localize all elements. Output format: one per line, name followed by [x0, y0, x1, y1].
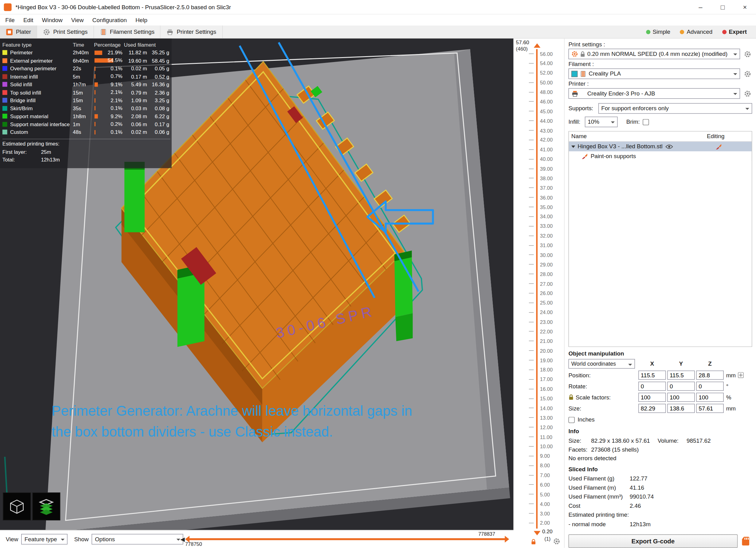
inches-label: Inches [578, 416, 594, 423]
scale-z-input[interactable] [696, 393, 723, 402]
legend-row: External perimeter6h40m54.5%19.60 m58.45… [2, 57, 170, 65]
layer-slider-upper-handle[interactable] [534, 43, 540, 48]
rotate-z-input[interactable] [696, 382, 723, 391]
close-button[interactable]: × [734, 0, 756, 14]
scale-label: Scale factors: [576, 394, 611, 401]
feature-label: Perimeter [10, 50, 73, 56]
feature-used-g: 0.06 g [149, 129, 171, 135]
layer-tick: 5.00 [514, 491, 564, 497]
menu-edit[interactable]: Edit [19, 17, 38, 23]
printer-icon [166, 28, 174, 36]
filament-gear-icon[interactable] [742, 69, 752, 78]
info-facets-value: 273608 (15 shells) [591, 446, 639, 453]
position-x-input[interactable] [638, 370, 666, 380]
layer-tick: 13.00 [514, 415, 564, 420]
position-z-input[interactable] [696, 370, 723, 380]
horizontal-move-slider[interactable] [189, 538, 505, 540]
filament-select[interactable]: Creality PLA [568, 69, 740, 79]
chevron-down-icon[interactable] [571, 145, 575, 148]
scale-x-input[interactable] [638, 393, 666, 402]
slider-settings-gear-icon[interactable] [553, 538, 560, 546]
menu-file[interactable]: File [1, 17, 19, 23]
feature-color-swatch [2, 66, 7, 71]
menu-configuration[interactable]: Configuration [88, 17, 131, 23]
filament-value: Creality PLA [589, 70, 621, 77]
layer-slider[interactable]: 57.60 (460) 56.0054.0052.0050.0048.0046.… [514, 39, 564, 548]
axis-z-header: Z [696, 360, 723, 367]
coordinates-select[interactable]: World coordinates [568, 359, 635, 368]
mode-simple[interactable]: Simple [641, 27, 675, 37]
scale-y-input[interactable] [667, 393, 695, 402]
tab-label: Plater [16, 29, 31, 35]
layer-slider-top-value: 57.60 (460) [516, 40, 529, 52]
menu-bar: FileEditWindowViewConfigurationHelp [0, 14, 756, 25]
lock-icon[interactable] [531, 539, 536, 546]
size-y-input[interactable] [667, 404, 695, 413]
print-settings-value: 0.20 mm NORMAL SPEED (0.4 mm nozzle) (mo… [587, 51, 728, 57]
position-reset-icon[interactable] [738, 372, 744, 378]
layers-view-thumbnail[interactable] [32, 492, 60, 520]
printer-gear-icon[interactable] [742, 89, 752, 98]
infill-select[interactable]: 10% [585, 117, 618, 127]
layer-tick: 9.00 [514, 453, 564, 459]
feature-percentage-bar: 9.2% [94, 113, 124, 119]
export-gcode-button[interactable]: Export G-code [568, 534, 738, 548]
object-subrow[interactable]: Paint-on supports [569, 151, 752, 161]
rotate-unit: ° [726, 383, 729, 389]
print-settings-gear-icon[interactable] [742, 49, 752, 59]
bottom-bar: View Feature type Show Options ◀ 778750 … [0, 530, 514, 548]
feature-used-g: 35.25 g [149, 50, 171, 56]
print-settings-label: Print settings : [568, 41, 752, 49]
info-volume-value: 98517.62 [687, 437, 711, 444]
rotate-y-input[interactable] [667, 382, 695, 391]
printer-value: Creality Ender-3 Pro - AJB [587, 90, 655, 97]
mode-expert[interactable]: Expert [718, 27, 751, 37]
3d-viewport[interactable]: 30-06 SPR Feature type Time Percentage U… [0, 39, 514, 530]
export-sd-icon[interactable] [741, 535, 752, 547]
position-unit: mm [726, 372, 736, 378]
layer-tick: 48.00 [514, 89, 564, 95]
show-select[interactable]: Options [92, 534, 183, 545]
print-settings-select[interactable]: 0.20 mm NORMAL SPEED (0.4 mm nozzle) (mo… [568, 49, 740, 60]
size-z-input[interactable] [696, 404, 723, 413]
scale-row: Scale factors:% [568, 392, 752, 403]
feature-used-m: 1.09 m [124, 97, 149, 103]
tab-filament-settings[interactable]: Filament Settings [94, 25, 161, 38]
rotate-x-input[interactable] [638, 382, 666, 391]
layer-tick: 40.00 [514, 156, 564, 162]
3d-view-thumbnail[interactable] [3, 492, 31, 520]
layer-tick: 20.00 [514, 348, 564, 353]
object-row[interactable]: Hinged Box V3 - ...lled Bottom.stl [569, 142, 752, 151]
size-x-input[interactable] [638, 404, 666, 413]
feature-time: 1m [73, 121, 94, 127]
printer-select[interactable]: Creality Ender-3 Pro - AJB [568, 88, 740, 99]
sliced-label: Cost [568, 502, 629, 509]
editing-icon[interactable] [715, 143, 749, 150]
legend-row: Support material interface1m0.2%0.06 m0.… [2, 120, 170, 128]
estimated-time-label: Estimated printing time: [568, 511, 752, 519]
scale-lock-icon[interactable] [568, 394, 574, 400]
feature-used-g: 58.45 g [149, 58, 171, 64]
menu-view[interactable]: View [67, 17, 88, 23]
total-time-label: Total: [2, 156, 41, 164]
tab-printer-settings[interactable]: Printer Settings [161, 25, 222, 38]
brim-checkbox[interactable] [643, 119, 649, 125]
feature-color-swatch [2, 90, 7, 95]
tab-print-settings[interactable]: Print Settings [37, 25, 94, 38]
supports-select[interactable]: For support enforcers only [598, 103, 752, 114]
menu-window[interactable]: Window [37, 17, 67, 23]
inches-checkbox[interactable] [568, 417, 574, 423]
menu-help[interactable]: Help [131, 17, 152, 23]
minimize-button[interactable]: – [689, 0, 711, 14]
tab-plater[interactable]: Plater [0, 25, 37, 38]
maximize-button[interactable]: □ [712, 0, 734, 14]
position-y-input[interactable] [667, 370, 695, 380]
preset-modified-icon [571, 51, 578, 57]
view-select[interactable]: Feature type [21, 534, 68, 545]
filament-label: Filament : [568, 61, 752, 69]
eye-icon[interactable] [665, 144, 673, 149]
slider-left-arrow[interactable]: ◀ [180, 536, 185, 542]
feature-used-m: 19.60 m [124, 58, 149, 64]
layer-slider-lower-handle[interactable] [534, 531, 540, 535]
mode-advanced[interactable]: Advanced [676, 27, 717, 37]
